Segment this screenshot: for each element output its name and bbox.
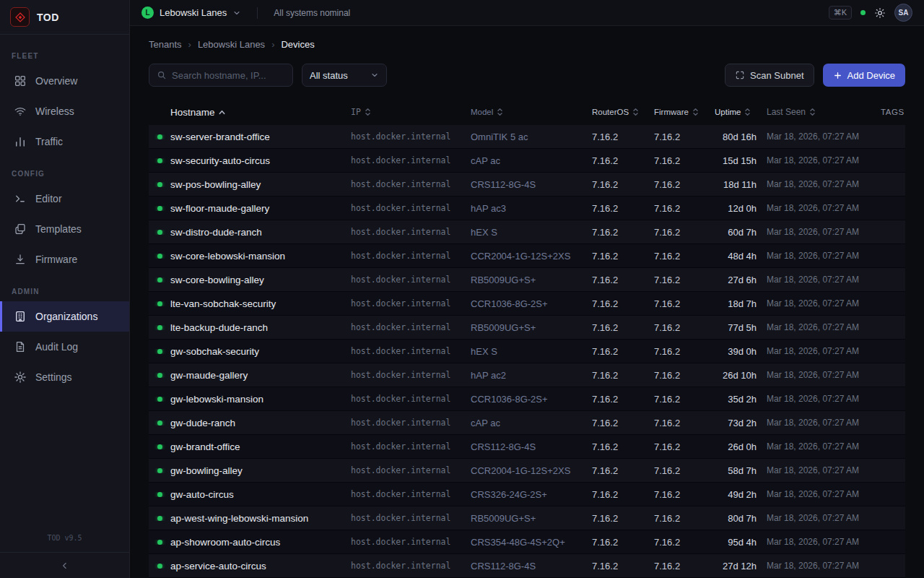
cell-uptime: 27d 12h bbox=[715, 561, 767, 571]
cell-hostname: sw-pos-bowling-alley bbox=[170, 179, 351, 190]
sidebar-item-firmware[interactable]: Firmware bbox=[0, 244, 129, 275]
cell-ip: host.docker.internal bbox=[351, 537, 471, 547]
user-avatar[interactable]: SA bbox=[894, 4, 912, 22]
col-firmware[interactable]: Firmware bbox=[654, 108, 715, 116]
cell-ip: host.docker.internal bbox=[351, 394, 471, 404]
cell-hostname: gw-auto-circus bbox=[170, 489, 351, 500]
sidebar-item-organizations[interactable]: Organizations bbox=[0, 301, 129, 332]
sort-asc-icon bbox=[219, 109, 225, 116]
cell-hostname: gw-brandt-office bbox=[170, 441, 351, 452]
col-model[interactable]: Model bbox=[471, 108, 592, 116]
breadcrumb-devices: Devices bbox=[281, 39, 314, 50]
scan-subnet-button[interactable]: Scan Subnet bbox=[725, 64, 814, 87]
cell-hostname: sw-security-auto-circus bbox=[170, 155, 351, 166]
cell-firmware: 7.16.2 bbox=[654, 370, 715, 381]
cell-model: CRS354-48G-4S+2Q+ bbox=[471, 537, 592, 548]
table-row[interactable]: lte-backup-dude-ranchhost.docker.interna… bbox=[149, 316, 905, 340]
cell-firmware: 7.16.2 bbox=[654, 203, 715, 214]
gear-icon bbox=[14, 371, 27, 384]
col-uptime[interactable]: Uptime bbox=[715, 108, 767, 116]
sort-icon bbox=[365, 108, 371, 116]
cell-ip: host.docker.internal bbox=[351, 203, 471, 213]
status-online-dot bbox=[157, 325, 162, 330]
cell-firmware: 7.16.2 bbox=[654, 489, 715, 500]
table-row[interactable]: gw-maude-galleryhost.docker.internalhAP … bbox=[149, 363, 905, 387]
table-row[interactable]: sw-floor-maude-galleryhost.docker.intern… bbox=[149, 197, 905, 220]
theme-toggle-button[interactable] bbox=[874, 7, 886, 19]
col-hostname[interactable]: Hostname bbox=[170, 107, 351, 118]
table-row[interactable]: sw-core-lebowski-mansionhost.docker.inte… bbox=[149, 244, 905, 268]
table-row[interactable]: gw-sobchak-securityhost.docker.internalh… bbox=[149, 340, 905, 363]
sidebar-footer: TOD v9.5 bbox=[0, 527, 129, 578]
building-icon bbox=[14, 310, 27, 323]
health-indicator-dot bbox=[860, 10, 866, 15]
table-row[interactable]: ap-showroom-auto-circushost.docker.inter… bbox=[149, 530, 905, 554]
cell-hostname: ap-showroom-auto-circus bbox=[170, 537, 351, 548]
table-row[interactable]: ap-west-wing-lebowski-mansionhost.docker… bbox=[149, 506, 905, 530]
cell-routeros: 7.16.2 bbox=[592, 131, 654, 142]
status-online-dot bbox=[157, 349, 162, 354]
app-logo[interactable] bbox=[10, 7, 30, 27]
sidebar-item-wireless[interactable]: Wireless bbox=[0, 96, 129, 126]
table-row[interactable]: sw-server-brandt-officehost.docker.inter… bbox=[149, 125, 905, 149]
cell-status bbox=[149, 301, 170, 306]
sort-icon bbox=[744, 108, 751, 116]
cell-hostname: sw-distro-dude-ranch bbox=[170, 227, 351, 238]
command-palette-shortcut[interactable]: ⌘K bbox=[829, 6, 852, 20]
cell-routeros: 7.16.2 bbox=[592, 561, 654, 571]
sidebar-item-editor[interactable]: Editor bbox=[0, 184, 129, 214]
cell-ip: host.docker.internal bbox=[351, 513, 471, 523]
sort-icon bbox=[692, 108, 699, 116]
cell-last-seen: Mar 18, 2026, 07:27 AM bbox=[767, 298, 881, 309]
table-row[interactable]: gw-dude-ranchhost.docker.internalcAP ac7… bbox=[149, 411, 905, 435]
add-device-button[interactable]: Add Device bbox=[823, 64, 905, 87]
cell-model: CRS112-8G-4S bbox=[471, 441, 592, 452]
table-row[interactable]: gw-lebowski-mansionhost.docker.internalC… bbox=[149, 387, 905, 411]
col-routeros[interactable]: RouterOS bbox=[592, 108, 654, 116]
col-ip[interactable]: IP bbox=[351, 107, 471, 117]
table-row[interactable]: sw-security-auto-circushost.docker.inter… bbox=[149, 149, 905, 173]
breadcrumb-tenants[interactable]: Tenants bbox=[149, 39, 182, 50]
cell-hostname: sw-core-bowling-alley bbox=[170, 275, 351, 285]
cell-model: hAP ac2 bbox=[471, 370, 592, 381]
wifi-icon bbox=[14, 105, 27, 118]
table-row[interactable]: sw-pos-bowling-alleyhost.docker.internal… bbox=[149, 173, 905, 197]
sidebar-collapse-button[interactable] bbox=[0, 552, 129, 578]
sidebar-item-traffic[interactable]: Traffic bbox=[0, 126, 129, 157]
sidebar-item-settings[interactable]: Settings bbox=[0, 362, 129, 392]
table-row[interactable]: ap-service-auto-circushost.docker.intern… bbox=[149, 554, 905, 578]
status-filter-select[interactable]: All status bbox=[302, 64, 387, 87]
table-row[interactable]: gw-brandt-officehost.docker.internalCRS1… bbox=[149, 435, 905, 459]
cell-uptime: 27d 6h bbox=[715, 275, 767, 285]
cell-uptime: 18d 11h bbox=[715, 179, 767, 190]
cell-routeros: 7.16.2 bbox=[592, 441, 654, 452]
cell-last-seen: Mar 18, 2026, 07:27 AM bbox=[767, 131, 881, 142]
toolbar: All status Scan Subnet Add Dev bbox=[149, 64, 905, 87]
col-last-seen[interactable]: Last Seen bbox=[767, 107, 881, 117]
grid-icon bbox=[14, 74, 27, 87]
cell-ip: host.docker.internal bbox=[351, 131, 471, 142]
table-row[interactable]: gw-bowling-alleyhost.docker.internalCCR2… bbox=[149, 459, 905, 483]
cell-firmware: 7.16.2 bbox=[654, 346, 715, 357]
table-row[interactable]: lte-van-sobchak-securityhost.docker.inte… bbox=[149, 292, 905, 316]
sidebar-item-overview[interactable]: Overview bbox=[0, 66, 129, 96]
table-row[interactable]: gw-auto-circushost.docker.internalCRS326… bbox=[149, 483, 905, 506]
sidebar-item-audit-log[interactable]: Audit Log bbox=[0, 332, 129, 362]
tenant-selector[interactable]: L Lebowski Lanes bbox=[141, 7, 241, 19]
cell-status bbox=[149, 134, 170, 139]
sidebar-item-label: Organizations bbox=[35, 311, 97, 322]
table-row[interactable]: sw-distro-dude-ranchhost.docker.internal… bbox=[149, 220, 905, 244]
status-online-dot bbox=[157, 134, 162, 139]
column-label: IP bbox=[351, 107, 361, 117]
table-row[interactable]: sw-core-bowling-alleyhost.docker.interna… bbox=[149, 268, 905, 292]
cell-routeros: 7.16.2 bbox=[592, 370, 654, 381]
cell-ip: host.docker.internal bbox=[351, 227, 471, 237]
tenant-avatar: L bbox=[141, 7, 154, 19]
breadcrumb-tenant-name[interactable]: Lebowski Lanes bbox=[198, 39, 265, 50]
search-input[interactable] bbox=[172, 70, 285, 81]
status-online-dot bbox=[157, 230, 162, 235]
cell-routeros: 7.16.2 bbox=[592, 155, 654, 166]
cell-firmware: 7.16.2 bbox=[654, 275, 715, 285]
cell-status bbox=[149, 373, 170, 378]
sidebar-item-templates[interactable]: Templates bbox=[0, 214, 129, 244]
